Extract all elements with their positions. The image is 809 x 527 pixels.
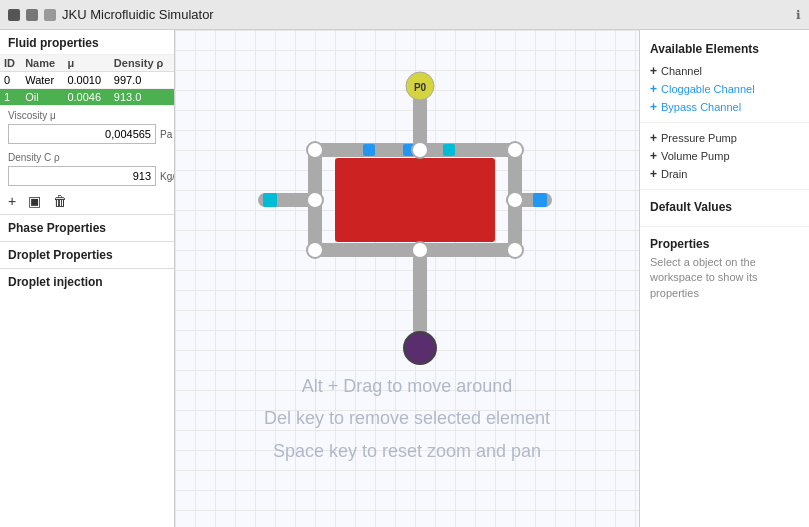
copy-fluid-button[interactable]: ▣ [28, 194, 41, 208]
col-name: Name [21, 55, 63, 72]
delete-fluid-button[interactable]: 🗑 [53, 194, 67, 208]
pumps-divider [640, 189, 809, 190]
droplet-injection-section[interactable]: Droplet injection [0, 268, 174, 295]
channel-label: Channel [661, 65, 702, 77]
fluid-name-0: Water [21, 72, 63, 89]
element-drain[interactable]: + Drain [640, 165, 809, 183]
fluid-id-1: 1 [0, 89, 21, 106]
info-icon[interactable]: ℹ [796, 8, 801, 22]
add-fluid-button[interactable]: + [8, 194, 16, 208]
svg-point-14 [307, 142, 323, 158]
fluid-density-1: 913.0 [110, 89, 174, 106]
microfluidic-diagram[interactable]: P0 [235, 50, 615, 410]
drain-plus-icon: + [650, 167, 657, 181]
fluid-mu-1: 0.0046 [63, 89, 109, 106]
svg-rect-10 [533, 193, 547, 207]
fluid-row-water[interactable]: 0 Water 0.0010 997.0 [0, 72, 174, 89]
volume-pump-label: Volume Pump [661, 150, 729, 162]
fluid-actions: + ▣ 🗑 [0, 190, 174, 214]
svg-text:P0: P0 [414, 82, 427, 93]
app-icon-3 [44, 9, 56, 21]
right-panel: Available Elements + Channel + Cloggable… [639, 30, 809, 527]
elements-divider [640, 122, 809, 123]
app-title: JKU Microfluidic Simulator [62, 7, 790, 22]
fluid-id-0: 0 [0, 72, 21, 89]
svg-rect-13 [443, 144, 455, 156]
phase-properties-label: Phase Properties [8, 221, 106, 235]
element-channel[interactable]: + Channel [640, 62, 809, 80]
fluid-density-0: 997.0 [110, 72, 174, 89]
bypass-label: Bypass Channel [661, 101, 741, 113]
available-elements-title: Available Elements [640, 38, 809, 62]
viscosity-row: Pa s [0, 122, 174, 148]
droplet-injection-label: Droplet injection [8, 275, 103, 289]
col-id: ID [0, 55, 21, 72]
canvas-area[interactable]: P0 Alt + Drag to move around Del key to … [175, 30, 639, 527]
svg-point-18 [307, 192, 323, 208]
density-row: Kg/m³ [0, 164, 174, 190]
svg-point-19 [507, 192, 523, 208]
left-panel: Fluid properties ID Name μ Density ρ 0 W… [0, 30, 175, 527]
density-unit: Kg/m³ [160, 171, 175, 182]
pressure-pump-label: Pressure Pump [661, 132, 737, 144]
properties-title: Properties [640, 233, 809, 253]
svg-rect-9 [263, 193, 277, 207]
droplet-properties-section[interactable]: Droplet Properties [0, 241, 174, 268]
app-icon-2 [26, 9, 38, 21]
viscosity-label: Viscosity μ [0, 106, 174, 122]
viscosity-input[interactable] [8, 124, 156, 144]
element-bypass[interactable]: + Bypass Channel [640, 98, 809, 116]
svg-point-24 [404, 332, 436, 364]
col-mu: μ [63, 55, 109, 72]
titlebar: JKU Microfluidic Simulator ℹ [0, 0, 809, 30]
fluid-name-1: Oil [21, 89, 63, 106]
svg-point-15 [507, 142, 523, 158]
cloggable-label: Cloggable Channel [661, 83, 755, 95]
fluid-mu-0: 0.0010 [63, 72, 109, 89]
viscosity-unit: Pa s [160, 129, 175, 140]
fluid-properties-header: Fluid properties [0, 30, 174, 55]
default-values-title: Default Values [640, 196, 809, 220]
fluid-table: ID Name μ Density ρ 0 Water 0.0010 997.0… [0, 55, 174, 106]
bypass-plus-icon: + [650, 100, 657, 114]
main-layout: Fluid properties ID Name μ Density ρ 0 W… [0, 30, 809, 527]
properties-hint: Select a object on the workspace to show… [640, 253, 809, 307]
density-input[interactable] [8, 166, 156, 186]
phase-properties-section[interactable]: Phase Properties [0, 214, 174, 241]
volume-pump-plus-icon: + [650, 149, 657, 163]
element-volume-pump[interactable]: + Volume Pump [640, 147, 809, 165]
fluid-row-oil[interactable]: 1 Oil 0.0046 913.0 [0, 89, 174, 106]
col-density: Density ρ [110, 55, 174, 72]
element-pressure-pump[interactable]: + Pressure Pump [640, 129, 809, 147]
element-cloggable[interactable]: + Cloggable Channel [640, 80, 809, 98]
svg-point-17 [507, 242, 523, 258]
drain-label: Drain [661, 168, 687, 180]
channel-plus-icon: + [650, 64, 657, 78]
droplet-properties-label: Droplet Properties [8, 248, 113, 262]
svg-point-21 [412, 242, 428, 258]
cloggable-plus-icon: + [650, 82, 657, 96]
svg-rect-8 [335, 158, 495, 242]
pressure-pump-plus-icon: + [650, 131, 657, 145]
svg-rect-11 [363, 144, 375, 156]
svg-point-16 [307, 242, 323, 258]
app-icon-1 [8, 9, 20, 21]
default-divider [640, 226, 809, 227]
svg-point-20 [412, 142, 428, 158]
density-label: Density C ρ [0, 148, 174, 164]
